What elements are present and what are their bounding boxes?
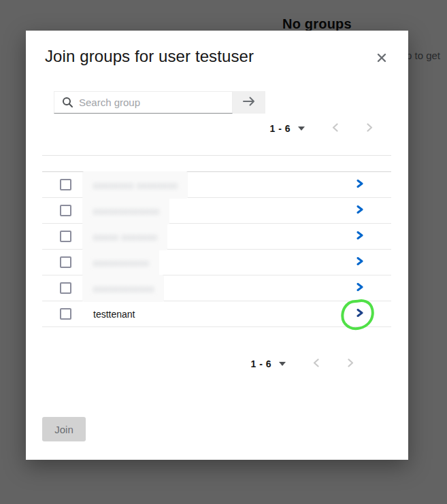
pagination-range: 1 - 6: [269, 123, 291, 134]
expand-group-button[interactable]: [357, 231, 363, 241]
chevron-left-icon: [313, 358, 319, 369]
caret-down-icon: [298, 127, 305, 131]
groups-table: xxxxxxxx xxxxxxxx xxxxxxxxxxxxx xxxxx xx…: [42, 155, 391, 327]
search-submit-button[interactable]: [233, 91, 265, 114]
close-icon: [377, 53, 386, 65]
group-row: xxxxxxxxxxxxx: [42, 198, 391, 224]
per-page-toggle[interactable]: [297, 125, 306, 132]
chevron-right-icon: [357, 283, 363, 293]
group-checkbox[interactable]: [60, 205, 71, 216]
caret-down-icon: [279, 362, 286, 366]
chevron-right-icon: [357, 257, 363, 267]
next-page-button[interactable]: [365, 122, 374, 135]
chevron-right-icon: [348, 358, 354, 369]
group-checkbox[interactable]: [60, 256, 71, 268]
expand-group-button[interactable]: [357, 180, 363, 190]
chevron-right-icon: [357, 180, 363, 190]
expand-group-button[interactable]: [357, 257, 363, 267]
group-name-redacted: xxxxxxxxxxx: [82, 249, 159, 276]
screen: No groups p to get Join groups for user …: [0, 0, 447, 504]
pagination-bottom: 1 - 6: [250, 356, 355, 372]
arrow-right-icon: [242, 97, 256, 108]
chevron-right-icon: [357, 309, 363, 319]
chevron-right-icon: [357, 231, 363, 241]
pagination-range: 1 - 6: [250, 358, 271, 369]
pagination-top: 1 - 6: [269, 120, 374, 137]
search-input[interactable]: [54, 91, 233, 114]
group-row: xxxxxxxxxxxx: [42, 275, 391, 301]
group-row: testtenant: [42, 301, 391, 327]
group-name-redacted: xxxxx xxxxxxx: [82, 223, 167, 250]
group-row: xxxxx xxxxxxx: [42, 224, 391, 250]
table-header: [42, 155, 391, 172]
chevron-left-icon: [332, 123, 338, 134]
group-row: xxxxxxxx xxxxxxxx: [42, 172, 391, 198]
chevron-right-icon: [357, 205, 363, 216]
group-rows: xxxxxxxx xxxxxxxx xxxxxxxxxxxxx xxxxx xx…: [42, 172, 391, 327]
group-row: xxxxxxxxxxx: [42, 250, 391, 275]
group-checkbox[interactable]: [60, 308, 71, 320]
expand-group-button[interactable]: [357, 205, 363, 216]
modal-title: Join groups for user testuser: [45, 47, 254, 66]
group-name-redacted: xxxxxxxxxxxx: [82, 275, 164, 302]
search-bar: [54, 91, 265, 114]
group-name-redacted: xxxxxxxx xxxxxxxx: [82, 171, 188, 199]
expand-group-button[interactable]: [357, 283, 363, 293]
group-name-redacted: xxxxxxxxxxxxx: [82, 197, 169, 224]
chevron-right-icon: [367, 123, 373, 134]
prev-page-button[interactable]: [312, 357, 320, 371]
per-page-toggle[interactable]: [278, 360, 287, 367]
group-checkbox[interactable]: [60, 179, 71, 190]
close-button[interactable]: [374, 51, 389, 66]
join-groups-modal: Join groups for user testuser: [26, 31, 408, 460]
expand-group-button[interactable]: [357, 309, 363, 319]
next-page-button[interactable]: [346, 357, 355, 371]
group-checkbox[interactable]: [60, 231, 71, 242]
group-name: testtenant: [93, 309, 135, 320]
join-button[interactable]: Join: [42, 417, 86, 441]
prev-page-button[interactable]: [331, 122, 340, 135]
group-checkbox[interactable]: [60, 282, 71, 294]
